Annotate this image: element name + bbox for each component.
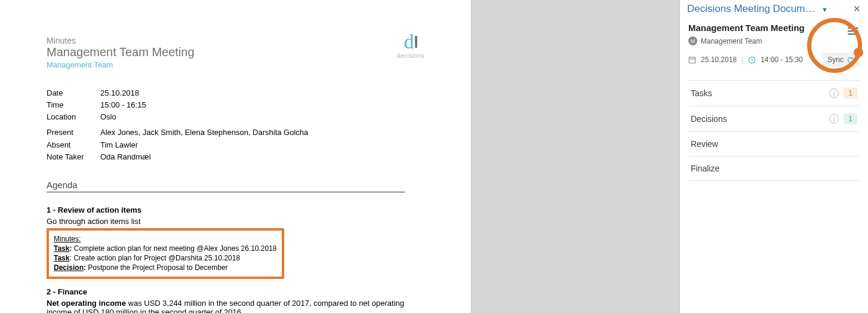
meta-absent-label: Absent	[47, 139, 100, 151]
sync-count-badge: 3	[854, 48, 863, 57]
panel-date: 25.10.2018	[701, 56, 737, 64]
svg-rect-0	[689, 57, 695, 63]
task-label-1: Task	[54, 244, 69, 253]
minutes-label: Minutes	[47, 36, 424, 45]
meta-notetaker-label: Note Taker	[47, 151, 100, 163]
tasks-count: 1	[844, 88, 857, 99]
agenda-item-1-desc: Go through action items list	[47, 217, 424, 226]
panel-close-button[interactable]: ✕	[851, 2, 863, 16]
panel-team-name: Management Team	[701, 37, 762, 45]
agenda-item-1-title: 1 - Review of action items	[47, 205, 424, 214]
doc-title: Management Team Meeting	[47, 45, 424, 59]
minutes-highlight-box: Minutes: Task: Complete action plan for …	[47, 228, 284, 279]
meta-time: 15:00 - 16:15	[100, 99, 146, 111]
decisions-logo: d decisions	[397, 36, 424, 59]
agenda-item-2-body: Net operating income was USD 3,244 milli…	[47, 299, 405, 313]
info-icon[interactable]: i	[829, 88, 839, 98]
task-2-text: : Create action plan for Project @Darshi…	[69, 254, 240, 262]
meta-absent: Tim Lawler	[100, 139, 138, 151]
tab-decisions[interactable]: Decisions i 1	[688, 106, 860, 132]
task-label-2: Task	[54, 254, 69, 262]
meta-present-label: Present	[47, 127, 100, 139]
panel-title: Decisions Meeting Docum…	[687, 3, 815, 14]
tab-tasks[interactable]: Tasks i 1	[688, 81, 860, 106]
task-1-text: Complete action plan for next meeting @A…	[72, 244, 276, 253]
panel-dropdown-icon[interactable]: ▼	[821, 6, 828, 13]
minutes-subheading: Minutes:	[54, 235, 81, 243]
tab-review[interactable]: Review	[688, 132, 860, 156]
meta-location-label: Location	[47, 111, 100, 123]
doc-team: Management Team	[47, 60, 424, 69]
sync-icon	[847, 56, 854, 64]
meta-date: 25.10.2018	[100, 87, 139, 99]
decision-text: Postpone the Project Proposal to Decembe…	[86, 263, 227, 272]
meta-time-label: Time	[47, 99, 100, 111]
meta-location: Oslo	[100, 111, 116, 123]
meta-present: Alex Jones, Jack Smith, Elena Stephenson…	[100, 127, 308, 139]
document-page: Minutes Management Team Meeting Manageme…	[0, 0, 472, 313]
clock-icon	[748, 56, 756, 64]
decision-label: Decision	[54, 263, 84, 272]
agenda-heading: Agenda	[47, 180, 405, 192]
tab-finalize[interactable]: Finalize	[688, 156, 860, 181]
decisions-count: 1	[844, 113, 857, 124]
agenda-item-2-title: 2 - Finance	[47, 287, 424, 296]
panel-menu-button[interactable]	[848, 27, 858, 35]
canvas-background	[472, 0, 679, 313]
meta-date-label: Date	[47, 87, 100, 99]
info-icon[interactable]: i	[829, 114, 839, 124]
team-avatar: M	[688, 36, 697, 45]
sync-button[interactable]: Sync 3	[822, 53, 860, 67]
panel-time: 14:00 - 15:30	[761, 56, 803, 64]
calendar-icon	[688, 56, 696, 64]
meta-notetaker: Oda Randmæl	[100, 151, 151, 163]
svg-line-6	[752, 60, 753, 60]
decisions-panel: Decisions Meeting Docum… ▼ ✕ Management …	[679, 0, 868, 313]
panel-meeting-title: Management Team Meeting	[688, 23, 860, 33]
